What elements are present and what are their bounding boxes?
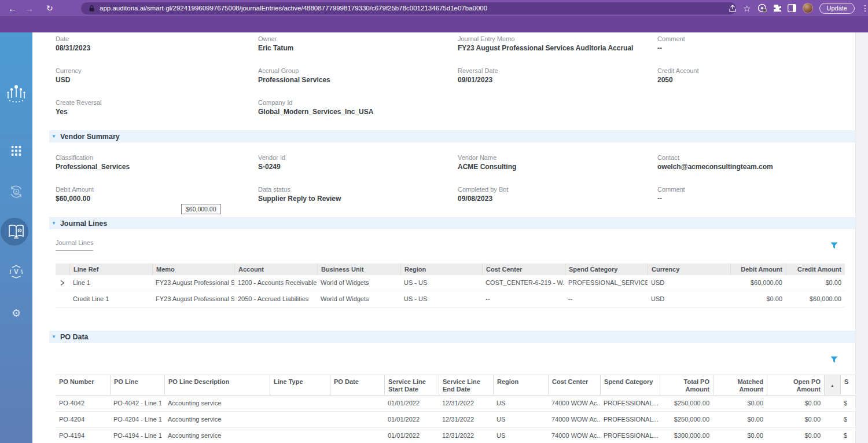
- table-cell: US: [493, 396, 548, 411]
- browser-menu-icon[interactable]: ⋮: [861, 3, 866, 13]
- table-scroll-button[interactable]: ▲: [824, 375, 840, 395]
- auditoria-logo[interactable]: [6, 83, 27, 105]
- browser-update-button[interactable]: Update: [819, 3, 855, 14]
- table-cell: PO-4204: [56, 412, 110, 427]
- column-header[interactable]: Cost Center: [548, 375, 600, 395]
- back-icon[interactable]: ←: [8, 4, 17, 13]
- field-value: USD: [56, 76, 258, 84]
- field-company-id: Company IdGlobal_Modern_Services_Inc_USA: [258, 99, 458, 116]
- url-bar[interactable]: app.auditoria.ai/smart-gl/29241996099767…: [81, 2, 736, 14]
- bot-assistant-icon[interactable]: [9, 184, 24, 199]
- column-header[interactable]: S: [840, 375, 855, 395]
- table-row[interactable]: PO-4042PO-4042 - Line 1Accounting servic…: [56, 396, 855, 412]
- share-icon[interactable]: [729, 5, 737, 12]
- expand-row-icon[interactable]: [60, 280, 65, 286]
- column-header[interactable]: Currency: [648, 263, 730, 275]
- field-label: Reversal Date: [458, 67, 657, 74]
- column-header[interactable]: Cost Center: [482, 263, 565, 275]
- table-cell: $0.00: [786, 275, 845, 291]
- column-header[interactable]: Credit Amount: [786, 263, 845, 275]
- column-header[interactable]: PO Line Description: [164, 375, 270, 395]
- table-cell: US: [493, 412, 548, 427]
- table-cell: $: [840, 412, 855, 427]
- table-cell: 12/31/2022: [439, 428, 493, 443]
- field-value: Professional Services: [258, 76, 458, 84]
- table-row[interactable]: PO-4194PO-4194 - Line 1Accounting servic…: [56, 428, 855, 443]
- profile-avatar[interactable]: [803, 3, 813, 13]
- app-header-strip: [0, 16, 868, 32]
- po-data-table: PO NumberPO LinePO Line DescriptionLine …: [56, 375, 855, 443]
- table-cell: US - US: [400, 291, 482, 307]
- table-cell: USD: [648, 275, 730, 291]
- field-label: Classification: [56, 154, 258, 161]
- vendor-cycle-icon[interactable]: V: [9, 264, 24, 279]
- field-credit-account: Credit Account2050: [657, 67, 844, 84]
- field-contact: Contactowelch@acmeconsultingteam.com: [657, 154, 844, 171]
- table-row[interactable]: Line 1FY23 August Professional S...1200 …: [56, 275, 845, 291]
- page-scrollbar-track[interactable]: [855, 32, 868, 443]
- column-header[interactable]: Line Type: [270, 375, 330, 395]
- field-value: 09/08/2023: [458, 195, 657, 203]
- column-header[interactable]: Service Line Start Date: [384, 375, 439, 395]
- debit-amount-tooltip: $60,000.00: [181, 204, 221, 214]
- column-header[interactable]: PO Date: [330, 375, 384, 395]
- field-value: ACME Consulting: [458, 163, 657, 171]
- column-header[interactable]: Memo: [152, 263, 234, 275]
- field-owner: OwnerEric Tatum: [258, 35, 458, 52]
- table-cell: 12/31/2022: [439, 412, 493, 427]
- column-header[interactable]: Debit Amount: [730, 263, 786, 275]
- field-label: Credit Account: [657, 67, 844, 74]
- po-data-section-header[interactable]: ▼ PO Data: [49, 331, 855, 343]
- column-header[interactable]: Total PO Amount: [660, 375, 713, 395]
- field-label: Data status: [258, 186, 458, 193]
- table-cell: $60,000.00: [730, 275, 786, 291]
- vendor-summary-section-header[interactable]: ▼ Vendor Summary: [49, 130, 855, 142]
- field-value: --: [657, 195, 844, 203]
- table-cell: Accounting service: [164, 412, 270, 427]
- journal-lines-tab[interactable]: Journal Lines: [56, 239, 93, 251]
- journal-lines-table: Line RefMemoAccountBusiness UnitRegionCo…: [56, 263, 845, 307]
- table-cell: 12/31/2022: [439, 396, 493, 411]
- table-cell: 74000 WOW Ac...: [548, 396, 600, 411]
- column-header[interactable]: Region: [400, 263, 482, 275]
- table-header-row: PO NumberPO LinePO Line DescriptionLine …: [56, 375, 855, 396]
- field-label: Create Reversal: [56, 99, 258, 106]
- side-panel-icon[interactable]: [788, 4, 796, 12]
- column-header[interactable]: Business Unit: [317, 263, 400, 275]
- table-cell: --: [482, 291, 565, 307]
- bookmark-star-icon[interactable]: ☆: [743, 4, 751, 13]
- column-header[interactable]: Spend Category: [600, 375, 660, 395]
- field-value: S-0249: [258, 163, 458, 171]
- smart-gl-book-icon[interactable]: [8, 224, 25, 240]
- column-header[interactable]: PO Line: [110, 375, 164, 395]
- field-label: Company Id: [258, 99, 458, 106]
- table-row[interactable]: PO-4204PO-4204 - Line 1Accounting servic…: [56, 412, 855, 428]
- settings-gear-icon[interactable]: ⚙: [12, 307, 21, 320]
- column-header[interactable]: Account: [234, 263, 317, 275]
- column-header[interactable]: PO Number: [56, 375, 110, 395]
- reload-icon[interactable]: ↻: [46, 4, 53, 12]
- column-header[interactable]: Service Line End Date: [439, 375, 493, 395]
- forward-icon[interactable]: →: [25, 4, 34, 13]
- column-header[interactable]: Region: [493, 375, 548, 395]
- table-cell: PO-4194 - Line 1: [110, 428, 164, 443]
- table-cell: PO-4204 - Line 1: [110, 412, 164, 427]
- apps-grid-icon[interactable]: [12, 146, 21, 156]
- field-label: Completed by Bot: [458, 186, 657, 193]
- table-row[interactable]: Credit Line 1FY23 August Professional S.…: [56, 291, 845, 307]
- column-header[interactable]: Open PO Amount: [767, 375, 824, 395]
- password-extension-icon[interactable]: [757, 3, 767, 13]
- journal-lines-section-header[interactable]: ▼ Journal Lines: [49, 217, 855, 229]
- column-header[interactable]: [56, 263, 69, 275]
- table-cell: COST_CENTER-6-219 - W...: [482, 275, 565, 291]
- journal-lines-filter-icon[interactable]: [830, 241, 838, 251]
- column-header[interactable]: Spend Category: [565, 263, 648, 275]
- field-label: Date: [56, 35, 258, 42]
- column-header[interactable]: Matched Amount: [713, 375, 767, 395]
- po-data-filter-icon[interactable]: [830, 355, 838, 365]
- table-cell: 2050 - Accrued Liabilities: [234, 291, 317, 307]
- column-header[interactable]: Line Ref: [69, 263, 152, 275]
- table-cell: FY23 August Professional S...: [152, 291, 234, 307]
- extensions-puzzle-icon[interactable]: [773, 4, 781, 12]
- table-cell: PROFESSIONAL_SERVICES: [565, 275, 648, 291]
